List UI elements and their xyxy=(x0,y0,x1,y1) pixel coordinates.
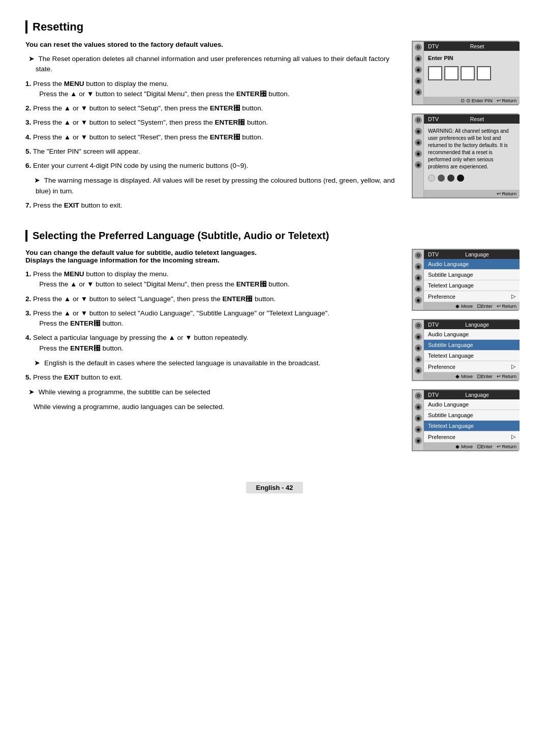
lang-sidebar-icon-1: ⚙ xyxy=(415,252,422,259)
lang-screen-main-3: DTV Language Audio Language Subtitle Lan… xyxy=(424,390,520,450)
chevron-right-2: ▷ xyxy=(511,363,515,370)
resetting-screens: ⚙ ◉ ◉ ◉ ◉ DTV Reset Enter PIN xyxy=(412,41,524,215)
sidebar-icon-3: ◉ xyxy=(415,66,422,73)
lang-title-2: Language xyxy=(465,322,489,328)
chevron-right-1: ▷ xyxy=(511,293,515,300)
lang-sidebar-icon-2: ◉ xyxy=(415,263,422,270)
arrow-icon: ➤ xyxy=(28,54,35,63)
lang-menu-preference-2: Preference ▷ xyxy=(424,361,520,372)
footer-return-lang-3: ↩ Return xyxy=(497,444,516,449)
lang-menu-subtitle-2: Subtitle Language xyxy=(424,340,520,351)
lang-screen-header-3: DTV Language xyxy=(424,390,520,399)
lang-menu-1: Audio Language Subtitle Language Teletex… xyxy=(424,259,520,302)
lang-sidebar-icon-14: ◉ xyxy=(415,426,422,433)
sidebar-icon-6: ⚙ xyxy=(415,117,422,124)
sidebar-icon-5: ◉ xyxy=(415,89,422,96)
footer-enter-1: ⊡Enter xyxy=(477,303,493,309)
lang-menu-subtitle-1: Subtitle Language xyxy=(424,270,520,280)
lang-menu-teletext-2: Teletext Language xyxy=(424,351,520,361)
language-list: 1. Press the MENU button to display the … xyxy=(25,269,402,412)
lang-screen-2-inner: ⚙ ◉ ◉ ◉ ◉ DTV Language xyxy=(413,320,520,380)
resetting-step-2: 2. Press the ▲ or ▼ button to select "Se… xyxy=(25,103,402,113)
lang-menu-audio-1: Audio Language xyxy=(424,259,520,270)
color-btn-dark3 xyxy=(457,175,464,182)
enter-pin-label: Enter PIN xyxy=(428,55,515,61)
reset-title-1: Reset xyxy=(470,43,484,49)
reset-sidebar-2: ⚙ ◉ ◉ ◉ ◉ xyxy=(413,114,424,197)
lang-sidebar-icon-4: ◉ xyxy=(415,285,422,293)
dtv-label-1: DTV xyxy=(428,43,439,49)
lang-sidebar-icon-3: ◉ xyxy=(415,274,422,281)
lang-screen-3: ⚙ ◉ ◉ ◉ ◉ DTV Language xyxy=(412,389,518,451)
resetting-step-7: 7. Press the EXIT button to exit. xyxy=(25,200,402,211)
lang-screen-header-2: DTV Language xyxy=(424,320,520,329)
footer-move-2: ◆ Move xyxy=(455,373,473,379)
sidebar-icon-4: ◉ xyxy=(415,77,422,84)
lang-dtv-2: DTV xyxy=(428,322,439,328)
reset-screen-2-inner: ⚙ ◉ ◉ ◉ ◉ DTV Reset WARNING: All c xyxy=(413,114,520,197)
resetting-left-col: You can reset the values stored to the f… xyxy=(25,41,402,215)
resetting-bullet-text: The Reset operation deletes all channel … xyxy=(36,55,389,73)
resetting-step-5: 5. The "Enter PIN" screen will appear. xyxy=(25,147,402,157)
footer-return-lang-1: ↩ Return xyxy=(497,303,516,309)
lang-sidebar-icon-11: ⚙ xyxy=(415,392,422,399)
lang-menu-audio-3: Audio Language xyxy=(424,399,520,410)
lang-title-3: Language xyxy=(465,392,489,398)
footer-move-3: ◆ Move xyxy=(455,444,473,449)
color-btn-dark1 xyxy=(438,175,445,182)
arrow-icon-4: ➤ xyxy=(28,388,35,396)
lang-sidebar-icon-8: ◉ xyxy=(415,344,422,352)
lang-menu-preference-1: Preference ▷ xyxy=(424,291,520,302)
footer-enter-3: ⊡Enter xyxy=(477,444,493,449)
warning-message: WARNING: All channel settings and user p… xyxy=(428,128,515,170)
footer-return-2: ↩ Return xyxy=(497,191,516,196)
lang-menu-teletext-3: Teletext Language xyxy=(424,421,520,431)
lang-screen-1-inner: ⚙ ◉ ◉ ◉ ◉ DTV Language xyxy=(413,250,520,310)
reset-screen-header-1: DTV Reset xyxy=(424,42,520,51)
lang-sidebar-3: ⚙ ◉ ◉ ◉ ◉ xyxy=(413,390,424,450)
lang-bullet-1: ➤ While viewing a programme, the subtitl… xyxy=(25,387,402,397)
reset-sidebar-1: ⚙ ◉ ◉ ◉ ◉ xyxy=(413,42,424,104)
resetting-section: Resetting You can reset the values store… xyxy=(25,20,524,215)
reset-screen-body-1: Enter PIN xyxy=(424,51,520,97)
lang-dtv-1: DTV xyxy=(428,251,439,257)
lang-title-1: Language xyxy=(465,251,489,257)
lang-screen-1: ⚙ ◉ ◉ ◉ ◉ DTV Language xyxy=(412,249,518,311)
footer-enter-pin: ⊙ ⊙ Enter PIN xyxy=(461,98,492,103)
arrow-icon-3: ➤ xyxy=(34,359,40,367)
lang-screen-3-inner: ⚙ ◉ ◉ ◉ ◉ DTV Language xyxy=(413,390,520,450)
reset-screen-main-1: DTV Reset Enter PIN xyxy=(424,42,520,104)
lang-step-1: 1. Press the MENU button to display the … xyxy=(25,269,402,290)
reset-screen-1-inner: ⚙ ◉ ◉ ◉ ◉ DTV Reset Enter PIN xyxy=(413,42,520,104)
resetting-bullet-0: ➤ The Reset operation deletes all channe… xyxy=(25,53,402,75)
color-buttons xyxy=(428,175,515,182)
resetting-step-6: 6. Enter your current 4-digit PIN code b… xyxy=(25,161,402,171)
lang-menu-preference-3: Preference ▷ xyxy=(424,431,520,443)
reset-screen-main-2: DTV Reset WARNING: All channel settings … xyxy=(424,114,520,197)
reset-title-2: Reset xyxy=(470,116,484,122)
language-left-col: You can change the default value for sub… xyxy=(25,249,402,451)
resetting-step-4: 4. Press the ▲ or ▼ button to select "Re… xyxy=(25,132,402,142)
reset-screen-1: ⚙ ◉ ◉ ◉ ◉ DTV Reset Enter PIN xyxy=(412,41,518,105)
lang-screen-footer-1: ◆ Move ⊡Enter ↩ Return xyxy=(424,302,520,310)
footer-return-1: ↩ Return xyxy=(497,98,516,103)
sidebar-icon-7: ◉ xyxy=(415,128,422,135)
footer-enter-2: ⊡Enter xyxy=(477,373,493,379)
resetting-step-3: 3. Press the ▲ or ▼ button to select "Sy… xyxy=(25,118,402,128)
lang-screen-header-1: DTV Language xyxy=(424,250,520,259)
language-intro-1: You can change the default value for sub… xyxy=(25,249,402,264)
lang-step-4-sub: ➤ English is the default in cases where … xyxy=(25,358,402,368)
chevron-right-3: ▷ xyxy=(511,433,515,440)
sidebar-icon-2: ◉ xyxy=(415,55,422,62)
resetting-title: Resetting xyxy=(25,20,524,34)
resetting-intro: You can reset the values stored to the f… xyxy=(25,41,402,48)
lang-sidebar-icon-5: ◉ xyxy=(415,297,422,304)
pin-box-4 xyxy=(477,66,491,80)
lang-step-2: 2. Press the ▲ or ▼ button to select "La… xyxy=(25,294,402,304)
reset-screen-footer-1: ⊙ ⊙ Enter PIN ↩ Return xyxy=(424,97,520,104)
lang-screen-footer-2: ◆ Move ⊡Enter ↩ Return xyxy=(424,372,520,380)
lang-screen-2: ⚙ ◉ ◉ ◉ ◉ DTV Language xyxy=(412,319,518,381)
lang-screen-main-2: DTV Language Audio Language Subtitle Lan… xyxy=(424,320,520,380)
language-title: Selecting the Preferred Language (Subtit… xyxy=(25,230,524,242)
lang-sidebar-icon-12: ◉ xyxy=(415,403,422,411)
